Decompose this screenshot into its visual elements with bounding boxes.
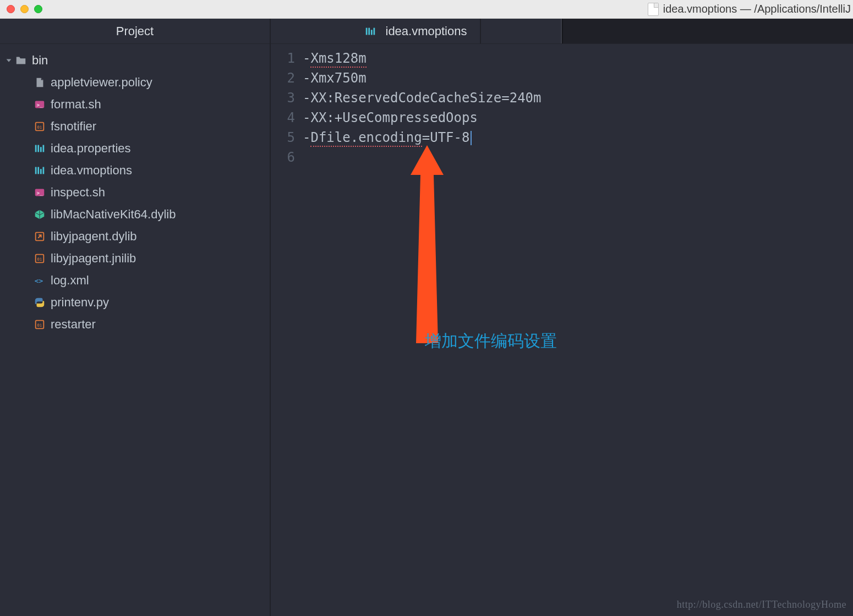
tree-file-idea-properties[interactable]: idea.properties: [0, 138, 270, 160]
link-icon: [33, 230, 46, 243]
window-minimize-button[interactable]: [20, 5, 29, 13]
xml-icon: <>: [33, 274, 46, 287]
tree-file-format-sh[interactable]: >_format.sh: [0, 94, 270, 116]
tree-file-restarter[interactable]: 01restarter: [0, 314, 270, 336]
sh-icon: >_: [33, 186, 46, 199]
window-titlebar: idea.vmoptions — /Applications/IntelliJ: [0, 0, 853, 19]
tree-file-label: restarter: [51, 317, 96, 332]
svg-rect-10: [40, 169, 42, 174]
props-icon: [33, 164, 46, 177]
svg-rect-7: [43, 145, 45, 152]
annotation-text: 增加文件编码设置: [425, 330, 557, 353]
tree-folder-label: bin: [32, 53, 48, 68]
code-line[interactable]: -Xmx750m: [303, 68, 853, 88]
tree-file-label: log.xml: [51, 273, 89, 288]
svg-rect-4: [35, 145, 37, 152]
tree-file-label: printenv.py: [51, 295, 109, 310]
svg-rect-11: [43, 167, 45, 174]
folder-icon: [14, 54, 28, 67]
svg-rect-21: [368, 28, 370, 35]
window-zoom-button[interactable]: [34, 5, 42, 13]
py-icon: [33, 296, 46, 309]
tree-file-log-xml[interactable]: <>log.xml: [0, 270, 270, 292]
svg-text:<>: <>: [35, 277, 43, 285]
bin-icon: 01: [33, 318, 46, 331]
bin-icon: 01: [33, 120, 46, 133]
props-icon: [33, 142, 46, 155]
line-number: 6: [271, 147, 295, 167]
bin-icon: 01: [33, 252, 46, 265]
tree-folder-bin[interactable]: bin: [0, 50, 270, 72]
pkg-icon: [33, 208, 46, 221]
tree-file-label: idea.properties: [51, 141, 131, 156]
editor-pane: idea.vmoptions 123456 -Xms128m-Xmx750m-X…: [271, 19, 853, 616]
svg-text:>_: >_: [37, 102, 43, 108]
svg-rect-5: [37, 145, 39, 152]
tree-file-label: fsnotifier: [51, 119, 96, 134]
svg-rect-20: [365, 28, 367, 35]
tree-file-label: inspect.sh: [51, 185, 105, 200]
document-icon: [648, 3, 659, 16]
project-tree: bin appletviewer.policy>_format.sh01fsno…: [0, 44, 270, 336]
project-panel-title: Project: [116, 24, 154, 38]
svg-rect-9: [37, 167, 39, 174]
sh-icon: >_: [33, 98, 46, 111]
tree-file-label: libyjpagent.dylib: [51, 229, 137, 244]
file-icon: [33, 76, 46, 89]
svg-rect-23: [373, 28, 375, 35]
tree-file-libyjpagent-jnilib[interactable]: 01libyjpagent.jnilib: [0, 248, 270, 270]
line-number: 2: [271, 68, 295, 88]
line-number: 3: [271, 88, 295, 108]
tree-file-appletviewer-policy[interactable]: appletviewer.policy: [0, 72, 270, 94]
text-caret: [471, 131, 472, 145]
chevron-down-icon[interactable]: [3, 57, 14, 64]
svg-text:01: 01: [37, 323, 42, 328]
tree-file-label: format.sh: [51, 97, 101, 112]
line-number-gutter: 123456: [271, 48, 303, 616]
tree-file-label: idea.vmoptions: [51, 163, 132, 178]
code-line[interactable]: -XX:ReservedCodeCacheSize=240m: [303, 88, 853, 108]
properties-icon: [364, 25, 377, 38]
line-number: 1: [271, 48, 295, 68]
window-close-button[interactable]: [7, 5, 15, 13]
svg-text:>_: >_: [37, 190, 43, 196]
svg-text:01: 01: [37, 257, 42, 262]
code-line[interactable]: -Xms128m: [303, 48, 853, 68]
code-editor[interactable]: 123456 -Xms128m-Xmx750m-XX:ReservedCodeC…: [271, 44, 853, 616]
code-line[interactable]: -XX:+UseCompressedOops: [303, 108, 853, 128]
tree-file-label: appletviewer.policy: [51, 75, 152, 90]
svg-rect-8: [35, 167, 37, 174]
code-line[interactable]: [303, 147, 853, 167]
svg-rect-6: [40, 147, 42, 152]
tree-file-inspect-sh[interactable]: >_inspect.sh: [0, 182, 270, 204]
code-content[interactable]: -Xms128m-Xmx750m-XX:ReservedCodeCacheSiz…: [303, 48, 853, 616]
window-title: idea.vmoptions — /Applications/IntelliJ: [648, 3, 853, 16]
svg-rect-22: [370, 30, 372, 35]
tree-file-libyjpagent-dylib[interactable]: libyjpagent.dylib: [0, 226, 270, 248]
tab-label: idea.vmoptions: [386, 24, 467, 38]
tree-file-fsnotifier[interactable]: 01fsnotifier: [0, 116, 270, 138]
svg-text:01: 01: [37, 125, 42, 130]
traffic-lights: [7, 5, 42, 13]
tree-file-printenv-py[interactable]: printenv.py: [0, 292, 270, 314]
code-line[interactable]: -Dfile.encoding=UTF-8: [303, 128, 853, 147]
tree-file-libmacnativekit64-dylib[interactable]: libMacNativeKit64.dylib: [0, 204, 270, 226]
editor-tabs: idea.vmoptions: [271, 19, 853, 44]
project-sidebar: Project bin appletviewer.policy>_format.…: [0, 19, 271, 616]
tab-idea-vmoptions[interactable]: idea.vmoptions: [351, 19, 482, 43]
window-title-text: idea.vmoptions — /Applications/IntelliJ: [663, 3, 851, 15]
tree-file-label: libMacNativeKit64.dylib: [51, 207, 176, 222]
tree-file-idea-vmoptions[interactable]: idea.vmoptions: [0, 160, 270, 182]
tree-file-label: libyjpagent.jnilib: [51, 251, 136, 266]
watermark-text: http://blog.csdn.net/ITTechnologyHome: [677, 599, 846, 610]
line-number: 4: [271, 108, 295, 128]
project-panel-header[interactable]: Project: [0, 19, 270, 44]
line-number: 5: [271, 128, 295, 147]
